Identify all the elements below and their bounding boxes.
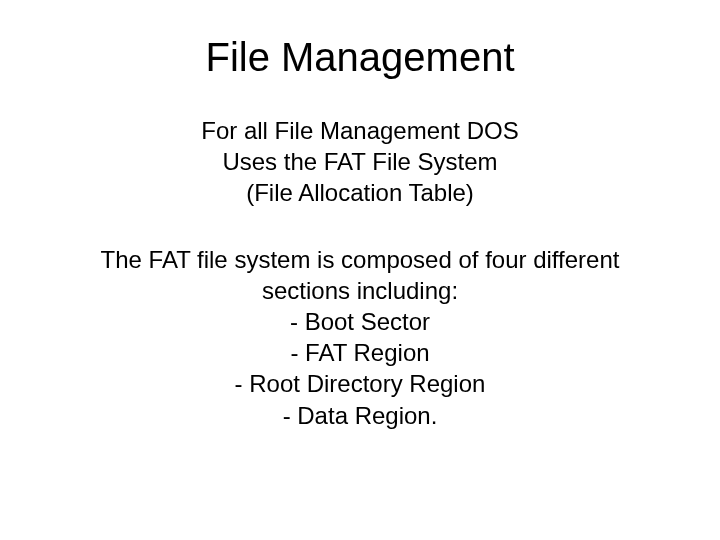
intro-line: (File Allocation Table) [40, 177, 680, 208]
body-line: The FAT file system is composed of four … [40, 244, 680, 275]
intro-block: For all File Management DOS Uses the FAT… [40, 115, 680, 209]
slide-title: File Management [40, 35, 680, 80]
body-line: - FAT Region [40, 337, 680, 368]
intro-line: Uses the FAT File System [40, 146, 680, 177]
slide-container: File Management For all File Management … [0, 0, 720, 540]
body-line: - Data Region. [40, 400, 680, 431]
body-line: - Boot Sector [40, 306, 680, 337]
intro-line: For all File Management DOS [40, 115, 680, 146]
body-line: sections including: [40, 275, 680, 306]
body-line: - Root Directory Region [40, 368, 680, 399]
body-block: The FAT file system is composed of four … [40, 244, 680, 431]
